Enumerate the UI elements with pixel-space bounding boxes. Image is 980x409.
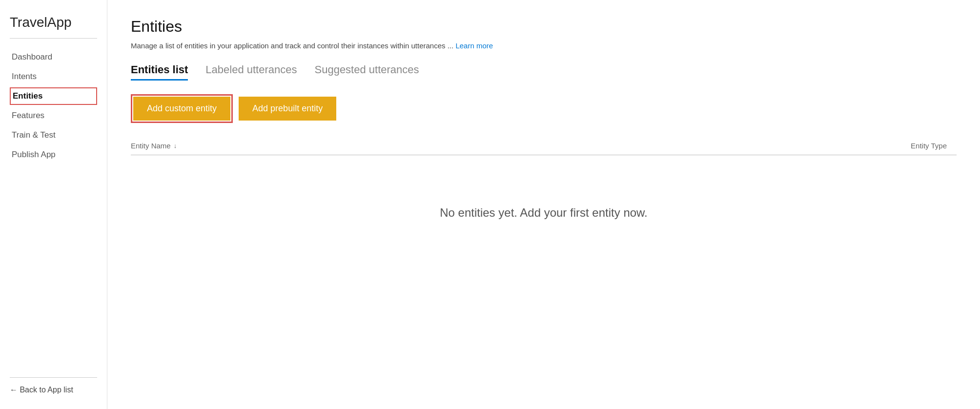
sidebar-divider-bottom: [10, 377, 97, 378]
sidebar-nav: Dashboard Intents Entities Features Trai…: [10, 48, 97, 377]
tabs-container: Entities list Labeled utterances Suggest…: [131, 63, 957, 81]
button-area: Add custom entity Add prebuilt entity: [131, 94, 957, 123]
learn-more-link[interactable]: Learn more: [455, 41, 493, 50]
add-custom-entity-highlight: Add custom entity: [131, 94, 233, 123]
tab-entities-list[interactable]: Entities list: [131, 63, 188, 81]
empty-state-text: No entities yet. Add your first entity n…: [440, 204, 648, 222]
back-to-app-list-link[interactable]: ← Back to App list: [10, 386, 97, 394]
tab-suggested-utterances[interactable]: Suggested utterances: [315, 63, 419, 81]
sidebar-item-train-test[interactable]: Train & Test: [10, 126, 97, 144]
sidebar: TravelApp Dashboard Intents Entities Fea…: [0, 0, 107, 409]
empty-state: No entities yet. Add your first entity n…: [131, 165, 957, 261]
sidebar-item-entities[interactable]: Entities: [10, 87, 97, 105]
table-col-entity-type: Entity Type: [911, 142, 947, 150]
main-content: Entities Manage a list of entities in yo…: [107, 0, 980, 409]
add-custom-entity-button[interactable]: Add custom entity: [133, 97, 230, 121]
page-description-text: Manage a list of entities in your applic…: [131, 41, 453, 50]
page-title: Entities: [131, 18, 957, 36]
sidebar-item-dashboard[interactable]: Dashboard: [10, 48, 97, 66]
sort-arrow-icon: ↓: [174, 142, 177, 149]
sidebar-item-publish-app[interactable]: Publish App: [10, 146, 97, 164]
entity-name-label: Entity Name: [131, 142, 171, 150]
add-prebuilt-entity-button[interactable]: Add prebuilt entity: [239, 97, 336, 121]
tab-labeled-utterances[interactable]: Labeled utterances: [205, 63, 297, 81]
app-title: TravelApp: [10, 15, 97, 30]
sidebar-item-intents[interactable]: Intents: [10, 68, 97, 85]
table-col-entity-name[interactable]: Entity Name ↓: [131, 142, 177, 150]
sidebar-bottom: ← Back to App list: [10, 377, 97, 394]
sidebar-divider-top: [10, 38, 97, 39]
page-description: Manage a list of entities in your applic…: [131, 41, 570, 50]
table-header: Entity Name ↓ Entity Type: [131, 137, 957, 155]
sidebar-item-features[interactable]: Features: [10, 107, 97, 124]
